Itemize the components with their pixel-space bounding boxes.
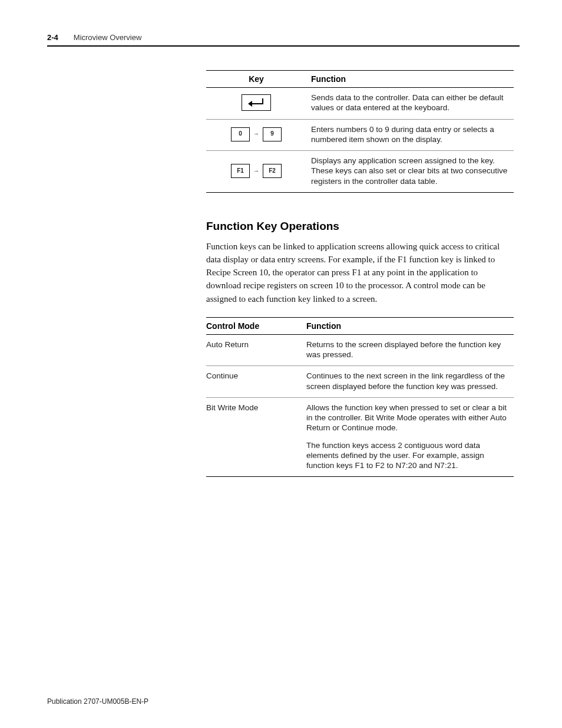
function-cell: Continues to the next screen in the link… (306, 366, 514, 398)
col-mode-header: Control Mode (206, 317, 306, 334)
key-function-table: Key Function Sends data to the controlle… (206, 70, 514, 193)
table-header-row: Key Function (206, 71, 514, 88)
function-cell: Sends data to the controller. Data can e… (306, 88, 514, 120)
arrow-icon: → (253, 167, 259, 175)
table-row: Bit Write Mode Allows the function key w… (206, 397, 514, 477)
page-number: 2-4 (47, 33, 58, 42)
function-p2: The function keys access 2 contiguous wo… (306, 441, 484, 470)
control-mode-table: Control Mode Function Auto Return Return… (206, 317, 514, 477)
table-row: Sends data to the controller. Data can e… (206, 88, 514, 120)
function-cell: Enters numbers 0 to 9 during data entry … (306, 119, 514, 151)
function-cell: Returns to the screen displayed before t… (306, 334, 514, 366)
enter-key-icon (242, 94, 271, 111)
col-key-header: Key (206, 71, 306, 88)
arrow-icon: → (253, 130, 259, 138)
table-row: 0 → 9 Enters numbers 0 to 9 during data … (206, 119, 514, 151)
key-f2-icon: F2 (263, 164, 282, 178)
content-area: Key Function Sends data to the controlle… (206, 70, 514, 477)
section-body: Function keys can be linked to applicati… (206, 240, 514, 305)
key-0-icon: 0 (231, 127, 250, 141)
mode-cell: Auto Return (206, 334, 306, 366)
footer-publication: Publication 2707-UM005B-EN-P (47, 697, 148, 706)
mode-cell: Bit Write Mode (206, 397, 306, 477)
function-cell: Allows the function key when pressed to … (306, 397, 514, 477)
function-cell: Displays any application screen assigned… (306, 151, 514, 193)
key-cell-enter (206, 88, 306, 120)
table-row: Auto Return Returns to the screen displa… (206, 334, 514, 366)
col-function-header: Function (306, 71, 514, 88)
table-header-row: Control Mode Function (206, 317, 514, 334)
key-cell-numbers: 0 → 9 (206, 119, 306, 151)
page-header: 2-4 Microview Overview (47, 33, 520, 42)
header-rule (47, 45, 520, 47)
document-page: 2-4 Microview Overview Key Function Sen (0, 0, 562, 728)
col-function-header: Function (306, 317, 514, 334)
table-row: Continue Continues to the next screen in… (206, 366, 514, 398)
key-9-icon: 9 (263, 127, 282, 141)
section-heading: Function Key Operations (206, 220, 514, 233)
page-title: Microview Overview (74, 33, 142, 42)
table-row: F1 → F2 Displays any application screen … (206, 151, 514, 193)
key-cell-fkeys: F1 → F2 (206, 151, 306, 193)
key-f1-icon: F1 (231, 164, 250, 178)
mode-cell: Continue (206, 366, 306, 398)
function-p1: Allows the function key when pressed to … (306, 403, 507, 433)
